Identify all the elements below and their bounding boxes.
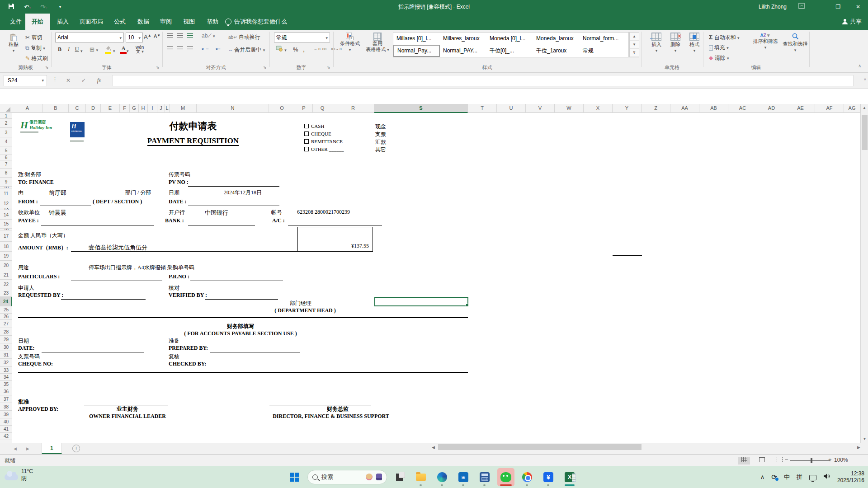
horizontal-scroll-thumb[interactable] [438,444,642,450]
row-header[interactable]: 42 [0,433,12,440]
column-header[interactable]: M [170,104,197,113]
column-header[interactable]: N [197,104,269,113]
column-header[interactable]: Q [313,104,332,113]
cell-style-chip[interactable]: Moneda [0]_l... [486,33,533,45]
expand-formula-bar-icon[interactable]: ˅ [864,77,866,82]
fill-button[interactable]: ↓ 填充 ▾ [709,44,729,52]
format-cells-button[interactable]: 格式▾ [685,33,703,54]
increase-decimal-icon[interactable]: ←.0 .00 [314,47,326,51]
decrease-indent-icon[interactable]: ⇤≡ [202,46,209,52]
sheet-grid[interactable]: 1234567891011121314151617181920212223242… [0,113,860,443]
row-header[interactable]: 29 [0,336,12,343]
column-header[interactable]: A [12,104,43,113]
checkbox-icon[interactable] [304,124,309,128]
cut-button[interactable]: ✂ 剪切 [25,34,51,42]
align-left-icon[interactable] [167,46,173,52]
task-view-button[interactable] [391,468,408,486]
accounting-format-icon[interactable]: ▾ [276,45,287,53]
scroll-left-icon[interactable]: ◀ [432,444,435,451]
row-header[interactable]: 7 [0,160,12,169]
cell-style-chip[interactable]: 千位_1aroux [533,45,580,57]
format-as-table-button[interactable]: 套用表格格式 ▾ [364,33,391,53]
row-header[interactable]: 17 [0,230,12,242]
column-header[interactable]: B [43,104,69,113]
taskbar-search[interactable]: 搜索 [307,470,387,484]
scroll-down-icon[interactable]: ▼ [861,435,868,443]
calculator-button[interactable] [476,468,493,486]
cell-style-chip[interactable]: Millares [0]_l... [393,33,440,45]
column-header[interactable]: O [269,104,295,113]
tab-formulas[interactable]: 公式 [108,14,132,30]
column-header[interactable]: U [497,104,526,113]
column-header[interactable]: D [86,104,101,113]
row-header[interactable]: 41 [0,426,12,433]
tab-view[interactable]: 视图 [177,14,201,30]
taskbar-clock[interactable]: 12:38 2025/12/16 [837,470,864,484]
row-header[interactable]: 8 [0,169,12,178]
zoom-in-icon[interactable]: + [828,456,832,463]
align-center-icon[interactable] [177,46,183,52]
column-header[interactable]: G [130,104,139,113]
restore-button[interactable]: ❐ [828,0,848,14]
wrap-text-button[interactable]: ab↵ 自动换行 [228,33,267,41]
row-header[interactable]: 27 [0,320,12,328]
share-button[interactable]: 共享 [842,14,862,30]
underline-dropdown-icon[interactable]: ▾ [80,49,83,53]
font-size-combo[interactable]: 10▾ [126,33,143,42]
row-header[interactable]: 3 [0,128,12,137]
row-header[interactable]: 15 [0,220,12,229]
row-header[interactable]: 24 [0,297,12,306]
chrome-button[interactable] [519,468,536,486]
number-format-combo[interactable]: 常规▾ [274,33,330,42]
column-header[interactable]: AD [757,104,786,113]
row-header[interactable]: 33 [0,367,12,374]
column-header[interactable]: R [332,104,374,113]
zoom-thumb[interactable] [811,458,812,463]
align-middle-icon[interactable] [177,33,183,40]
ribbon-display-options-icon[interactable] [795,3,808,11]
account-user-name[interactable]: Lilith Zhong [759,4,787,10]
row-header[interactable]: 22 [0,280,12,289]
row-header[interactable]: 34 [0,374,12,381]
fill-color-icon[interactable] [105,45,111,54]
yuan-app-button[interactable]: ¥ [540,468,557,486]
column-header[interactable]: H [139,104,148,113]
shrink-font-icon[interactable]: A▼ [154,33,160,39]
row-header[interactable]: 21 [0,270,12,280]
italic-button[interactable]: I [66,46,71,53]
phonetic-guide-icon[interactable]: wén文 ▾ [136,45,144,54]
align-top-icon[interactable] [167,33,173,40]
tab-home[interactable]: 开始 [25,14,50,30]
zoom-slider[interactable] [790,460,830,461]
zoom-out-icon[interactable]: − [785,456,788,463]
tab-review[interactable]: 审阅 [154,14,178,30]
checkbox-icon[interactable] [304,147,309,151]
row-header[interactable]: 39 [0,411,12,418]
underline-button[interactable]: U [74,46,80,53]
grow-font-icon[interactable]: A▲ [144,33,151,40]
excel-button[interactable]: X [561,468,578,486]
column-header[interactable]: AB [699,104,728,113]
column-header[interactable]: AC [728,104,757,113]
minimize-button[interactable]: ─ [808,0,828,14]
sort-filter-button[interactable]: AZ▼ 排序和筛选▾ [751,33,779,51]
name-box[interactable]: S24▾ [4,75,47,86]
row-header[interactable]: 4 [0,137,12,146]
column-header[interactable]: W [555,104,584,113]
active-cell-S24[interactable] [374,297,468,306]
column-header[interactable]: AG [844,104,860,113]
new-sheet-icon[interactable]: + [72,445,80,452]
font-name-combo[interactable]: Arial▾ [55,33,124,42]
number-dialog-launcher-icon[interactable]: ⇘ [327,65,330,70]
column-header[interactable]: F [120,104,130,113]
cell-style-chip[interactable]: Normal_PAY... [440,45,486,57]
row-header[interactable]: 30 [0,343,12,351]
row-header[interactable]: 1 [0,113,12,119]
normal-view-icon[interactable] [738,457,750,465]
increase-indent-icon[interactable]: ⇥≡ [213,46,221,52]
column-header[interactable]: V [526,104,555,113]
clear-button[interactable]: ◆ 清除 ▾ [709,54,729,62]
insert-function-icon[interactable]: fx [93,75,105,86]
conditional-formatting-button[interactable]: ≠ 条件格式▾ [338,33,362,53]
font-color-dropdown-icon[interactable]: ▾ [127,49,129,53]
